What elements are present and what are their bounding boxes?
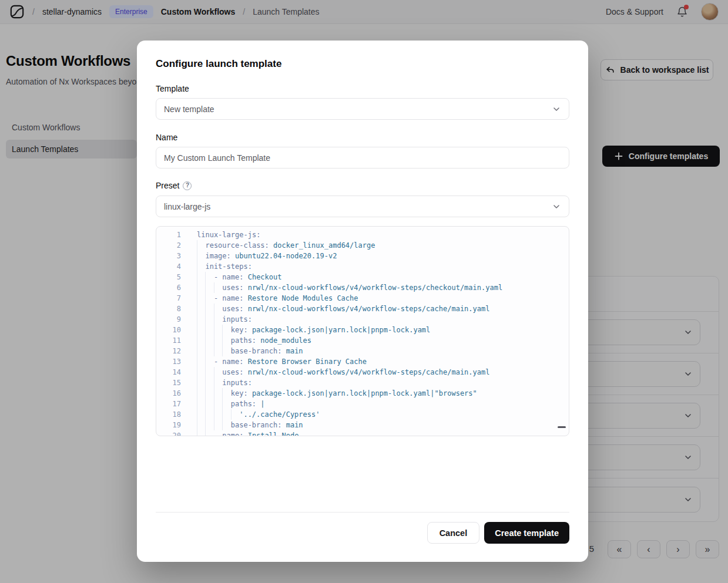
code-line: 20- name: Install Node	[156, 430, 569, 436]
code-line: 11paths: node_modules	[156, 335, 569, 346]
indent-guide	[197, 261, 205, 272]
indent-guide	[197, 325, 205, 335]
line-number: 20	[156, 430, 181, 436]
line-number: 7	[156, 293, 181, 304]
indent-guide	[214, 314, 222, 325]
code-line: 17paths: |	[156, 399, 569, 409]
indent-guide	[205, 304, 213, 314]
indent-guide	[197, 430, 205, 436]
indent-guide	[197, 420, 205, 430]
indent-guide	[222, 420, 230, 430]
indent-guide	[197, 335, 205, 346]
indent-guide	[197, 314, 205, 325]
line-number: 17	[156, 399, 181, 409]
code-line: 16key: package-lock.json|yarn.lock|pnpm-…	[156, 388, 569, 399]
indent-guide	[205, 282, 213, 293]
indent-guide	[231, 409, 239, 420]
line-number: 3	[156, 251, 181, 261]
indent-guide	[214, 388, 222, 399]
line-number: 2	[156, 240, 181, 251]
indent-guide	[197, 409, 205, 420]
line-number: 1	[156, 230, 181, 240]
line-number: 12	[156, 346, 181, 356]
indent-guide	[197, 356, 205, 367]
name-field-label: Name	[156, 132, 569, 143]
code-line: 9inputs:	[156, 314, 569, 325]
indent-guide	[214, 325, 222, 335]
indent-guide	[197, 272, 205, 282]
indent-guide	[222, 409, 230, 420]
name-input[interactable]: My Custom Launch Template	[156, 147, 569, 169]
template-select-value: New template	[164, 105, 214, 114]
template-field-label: Template	[156, 83, 569, 95]
indent-guide	[205, 325, 213, 335]
help-icon[interactable]: ?	[183, 181, 192, 190]
line-number: 11	[156, 335, 181, 346]
indent-guide	[222, 325, 230, 335]
code-line: 7- name: Restore Node Modules Cache	[156, 293, 569, 304]
footer-divider	[156, 512, 569, 513]
indent-guide	[197, 399, 205, 409]
code-line: 13- name: Restore Browser Binary Cache	[156, 356, 569, 367]
line-number: 9	[156, 314, 181, 325]
code-line: 3image: ubuntu22.04-node20.19-v2	[156, 251, 569, 261]
code-line: 19base-branch: main	[156, 420, 569, 430]
indent-guide	[205, 378, 213, 388]
indent-guide	[197, 251, 205, 261]
code-line: 10key: package-lock.json|yarn.lock|pnpm-…	[156, 325, 569, 335]
code-line: 15inputs:	[156, 378, 569, 388]
name-input-value: My Custom Launch Template	[164, 153, 270, 163]
modal-title: Configure launch template	[156, 58, 569, 70]
code-line: 4init-steps:	[156, 261, 569, 272]
indent-guide	[214, 346, 222, 356]
yaml-editor[interactable]: 1linux-large-js:2resource-class: docker_…	[156, 226, 569, 436]
indent-guide	[205, 293, 213, 304]
line-number: 13	[156, 356, 181, 367]
code-editor-lines: 1linux-large-js:2resource-class: docker_…	[156, 227, 569, 436]
chevron-down-icon	[552, 105, 561, 114]
indent-guide	[214, 409, 222, 420]
line-number: 5	[156, 272, 181, 282]
line-number: 8	[156, 304, 181, 314]
indent-guide	[205, 430, 213, 436]
line-number: 15	[156, 378, 181, 388]
preset-select[interactable]: linux-large-js	[156, 196, 569, 217]
line-number: 6	[156, 282, 181, 293]
indent-guide	[214, 304, 222, 314]
indent-guide	[214, 420, 222, 430]
indent-guide	[197, 240, 205, 251]
indent-guide	[197, 388, 205, 399]
indent-guide	[214, 399, 222, 409]
indent-guide	[205, 409, 213, 420]
editor-scrollbar-thumb[interactable]	[558, 426, 566, 428]
indent-guide	[222, 388, 230, 399]
code-line: 2resource-class: docker_linux_amd64/larg…	[156, 240, 569, 251]
indent-guide	[205, 388, 213, 399]
line-number: 4	[156, 261, 181, 272]
indent-guide	[197, 378, 205, 388]
indent-guide	[205, 367, 213, 378]
indent-guide	[222, 335, 230, 346]
indent-guide	[214, 282, 222, 293]
configure-launch-template-modal: Configure launch template Template New t…	[137, 41, 588, 562]
code-line: 8uses: nrwl/nx-cloud-workflows/v4/workfl…	[156, 304, 569, 314]
indent-guide	[197, 293, 205, 304]
line-number: 19	[156, 420, 181, 430]
indent-guide	[205, 272, 213, 282]
indent-guide	[197, 367, 205, 378]
indent-guide	[214, 378, 222, 388]
code-line: 5- name: Checkout	[156, 272, 569, 282]
indent-guide	[205, 356, 213, 367]
template-select[interactable]: New template	[156, 98, 569, 120]
code-line: 12base-branch: main	[156, 346, 569, 356]
indent-guide	[222, 346, 230, 356]
create-template-button[interactable]: Create template	[484, 522, 569, 544]
indent-guide	[214, 367, 222, 378]
indent-guide	[205, 346, 213, 356]
modal-footer: Cancel Create template	[156, 522, 569, 544]
indent-guide	[214, 335, 222, 346]
indent-guide	[205, 314, 213, 325]
cancel-button[interactable]: Cancel	[427, 522, 480, 544]
indent-guide	[205, 420, 213, 430]
code-line: 14uses: nrwl/nx-cloud-workflows/v4/workf…	[156, 367, 569, 378]
